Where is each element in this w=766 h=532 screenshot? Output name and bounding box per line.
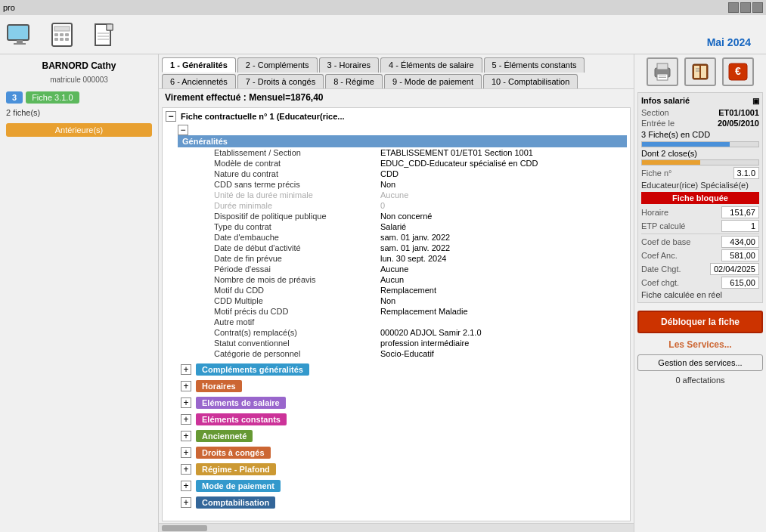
tab-horaires[interactable]: 3 - Horaires: [319, 57, 379, 73]
fiche-expand-icon[interactable]: −: [166, 111, 176, 122]
coef-chgt-row: Coef chgt. 615,00: [641, 277, 759, 289]
monitor-toolbar-button[interactable]: [6, 21, 33, 48]
regime-plafond-button[interactable]: Régime - Plafond: [196, 463, 276, 475]
coef-anc-row: Coef Anc. 581,00: [641, 249, 759, 261]
print-icon-button[interactable]: [647, 57, 678, 86]
maximize-button[interactable]: [740, 2, 751, 13]
table-row: Statut conventionnel profession interméd…: [211, 338, 631, 348]
scrollbar-thumb[interactable]: [162, 525, 207, 531]
svg-rect-10: [65, 38, 69, 41]
book-icon-button[interactable]: [684, 57, 716, 86]
comptabilisation-button[interactable]: Comptabilisation: [196, 496, 275, 509]
fiche-label-badge[interactable]: Fiche 3.1.0: [26, 91, 79, 104]
debloquer-button[interactable]: Débloquer la fiche: [637, 311, 763, 333]
elements-salaire-button[interactable]: Eléments de salaire: [196, 397, 286, 409]
coef-base-row: Coef de base 434,00: [641, 236, 759, 248]
table-row: Date de fin prévue lun. 30 sept. 2024: [211, 253, 631, 264]
services-title: Les Services...: [637, 339, 763, 350]
tab-generalites[interactable]: 1 - Généralités: [162, 57, 236, 73]
tab-mode-paiement[interactable]: 9 - Mode de paiement: [384, 74, 482, 88]
anciennete-button[interactable]: Ancienneté: [196, 430, 253, 442]
month-display: Mai 2024: [707, 36, 751, 48]
elements-constants-button[interactable]: Eléments constants: [196, 413, 287, 425]
employee-name: BARNORD Cathy: [6, 60, 152, 71]
mode-paiement-expand[interactable]: +: [181, 481, 191, 491]
table-row: Date d'embauche sam. 01 janv. 2022: [211, 232, 631, 243]
tab-anciennetes[interactable]: 6 - Anciennetés: [162, 74, 236, 88]
infos-close-icon[interactable]: ▣: [752, 97, 759, 105]
table-row: Catégorie de personnel Socio-Educatif: [211, 348, 631, 359]
fiche-header: − Fiche contractuelle n° 1 (Educateur(ri…: [166, 111, 627, 122]
elements-sal-section: + Eléments de salaire: [178, 395, 627, 410]
tab-elements-salaire[interactable]: 4 - Éléments de salaire: [380, 57, 482, 73]
table-row: Etablissement / Section ETABLISSEMENT 01…: [211, 147, 631, 158]
horaires-expand[interactable]: +: [181, 381, 191, 391]
conges-expand[interactable]: +: [181, 447, 191, 458]
title-bar: pro: [0, 0, 766, 15]
tree-section: − Généralités Etablissement / Section ET…: [172, 125, 627, 510]
anterieure-button[interactable]: Antérieure(s): [6, 123, 152, 137]
red-icon-button[interactable]: €: [722, 57, 754, 86]
table-row: Nombre de mois de préavis Aucun: [211, 274, 631, 285]
svg-rect-21: [659, 77, 666, 78]
tab-comptabilisation[interactable]: 10 - Comptabilisation: [483, 74, 578, 88]
table-row: Motif précis du CDD Remplacement Maladie: [211, 306, 631, 317]
minimize-button[interactable]: [728, 2, 739, 13]
app-title: pro: [3, 3, 15, 12]
affectations-text: 0 affectations: [637, 376, 763, 385]
mode-paiement-button[interactable]: Mode de paiement: [196, 480, 281, 492]
left-panel: BARNORD Cathy matricule 000003 3 Fiche 3…: [0, 54, 159, 532]
table-row: Nature du contrat CDD: [211, 169, 631, 179]
fiches-cdd-fill: [642, 142, 730, 147]
table-row: CDD Multiple Non: [211, 295, 631, 306]
conges-section: + Droits à congés: [178, 445, 627, 460]
elements-const-section: + Eléments constants: [178, 412, 627, 427]
close-button[interactable]: [752, 2, 763, 13]
horaires-button[interactable]: Horaires: [196, 380, 242, 392]
educateur-label: Educateur(rice) Spécialisé(e): [641, 181, 759, 190]
table-row: Dispositif de politique publique Non con…: [211, 211, 631, 221]
svg-rect-5: [54, 33, 58, 36]
document-toolbar-button[interactable]: [91, 21, 118, 48]
regime-section: + Régime - Plafond: [178, 462, 627, 477]
anciennete-expand[interactable]: +: [181, 431, 191, 441]
anciennete-section: + Ancienneté: [178, 428, 627, 444]
table-row: Motif du CDD Remplacement: [211, 285, 631, 295]
fiche-content: − Fiche contractuelle n° 1 (Educateur(ri…: [162, 107, 631, 521]
fiche-bloquee-badge: Fiche bloquée: [641, 192, 759, 204]
calculator-toolbar-button[interactable]: [48, 21, 76, 48]
svg-rect-18: [657, 63, 668, 70]
fiches-count: 2 fiche(s): [6, 108, 152, 117]
svg-rect-7: [65, 33, 69, 36]
svg-rect-1: [17, 40, 23, 43]
elements-sal-expand[interactable]: +: [181, 397, 191, 408]
entree-row: Entrée le 20/05/2010: [641, 119, 759, 128]
comptabilisation-expand[interactable]: +: [181, 497, 191, 508]
svg-rect-4: [54, 26, 70, 31]
tab-elements-constants[interactable]: 5 - Éléments constants: [484, 57, 585, 73]
elements-const-expand[interactable]: +: [181, 414, 191, 425]
etp-row: ETP calculé 1: [641, 220, 759, 232]
table-row: Autre motif: [211, 317, 631, 327]
complements-section: + Compléments généralités: [178, 362, 627, 377]
svg-text:€: €: [735, 65, 741, 77]
table-row: CDD sans terme précis Non: [211, 179, 631, 190]
tab-conges[interactable]: 7 - Droits à congés: [237, 74, 324, 88]
generalites-expand[interactable]: −: [178, 125, 188, 135]
close-progress: [641, 159, 759, 165]
tab-complements[interactable]: 2 - Compléments: [237, 57, 318, 73]
table-row: Date de début d'activité sam. 01 janv. 2…: [211, 243, 631, 253]
tab-regime[interactable]: 8 - Régime: [325, 74, 383, 88]
tabs-row2: 6 - Anciennetés 7 - Droits à congés 8 - …: [159, 73, 634, 88]
droits-conges-button[interactable]: Droits à congés: [196, 447, 271, 459]
regime-expand[interactable]: +: [181, 464, 191, 475]
generalites-fields: Etablissement / Section ETABLISSEMENT 01…: [196, 147, 627, 359]
table-row: Type du contrat Salarié: [211, 221, 631, 232]
infos-section-title: Infos salarié ▣: [641, 96, 759, 105]
horizontal-scrollbar[interactable]: [159, 523, 634, 532]
gestion-services-button[interactable]: Gestion des services...: [637, 354, 763, 371]
fiches-cdd-text: 3 Fiche(s) en CDD: [641, 130, 759, 139]
complements-button[interactable]: Compléments généralités: [196, 363, 309, 376]
complements-expand[interactable]: +: [181, 364, 191, 375]
svg-rect-9: [60, 38, 64, 41]
